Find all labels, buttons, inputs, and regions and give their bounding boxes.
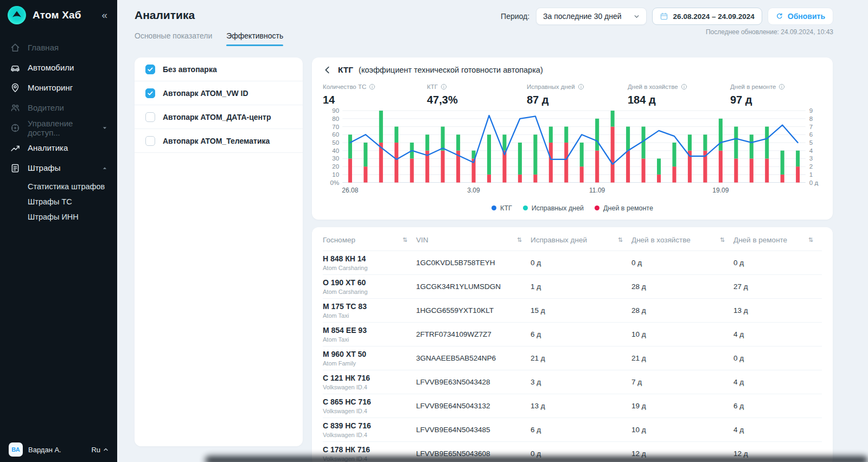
svg-text:30: 30 [332, 155, 339, 162]
vin-cell: LFVVB9E64N5043485 [416, 426, 531, 434]
table-row[interactable]: С 839 НС 716Volkswagen ID.4LFVVB9E64N504… [323, 418, 822, 442]
sidebar-item-6[interactable]: Штрафы [0, 158, 117, 178]
checkbox-checked-icon[interactable] [145, 88, 155, 98]
filter-row-0[interactable]: Без автопарка [135, 57, 303, 81]
info-icon[interactable] [681, 84, 687, 90]
info-icon[interactable] [778, 84, 785, 90]
sidebar-item-3[interactable]: Водители [0, 98, 117, 118]
table-row[interactable]: М 960 ХТ 50Atom Family3GNAAEEB5AB524NP62… [323, 347, 822, 370]
table-row[interactable]: Н 848 КН 14Atom Carsharing1GC0KVDL5B758T… [323, 251, 822, 275]
sort-icon[interactable]: ⇅ [517, 236, 522, 243]
language-selector[interactable]: Ru [91, 446, 108, 454]
sidebar-item-1[interactable]: Автомобили [0, 57, 117, 78]
period-select[interactable]: За последние 30 дней [536, 8, 647, 25]
table-row[interactable]: С 121 НК 716Volkswagen ID.4LFVVB9E63N504… [323, 370, 822, 394]
chevron-down-icon [101, 124, 108, 132]
collapse-sidebar-button[interactable]: « [99, 9, 110, 21]
sidebar-item-2[interactable]: Мониторинг [0, 78, 117, 98]
plate-cell: С 178 НК 716Volkswagen ID.4 [323, 445, 416, 462]
table-body: Н 848 КН 14Atom Carsharing1GC0KVDL5B758T… [323, 251, 822, 462]
legend-item-1: Исправных дней [523, 204, 584, 212]
table-col-label: Исправных дней [531, 236, 587, 244]
table-row[interactable]: С 178 НК 716Volkswagen ID.4LFVVB9E65N504… [323, 442, 822, 462]
sort-icon[interactable]: ⇅ [720, 236, 725, 243]
kpi-stats-row: Количество ТС14КТГ47,3%Исправных дней87 … [323, 84, 822, 106]
legend-label: Исправных дней [532, 204, 584, 212]
vehicle-model: Atom Taxi [323, 312, 416, 319]
calendar-icon [660, 12, 668, 21]
filter-row-1[interactable]: Автопарк ATOM_VW ID [135, 81, 303, 105]
back-button[interactable] [323, 65, 333, 75]
sidebar-subitem-0[interactable]: Статистика штрафов [28, 179, 117, 194]
chevron-down-icon [634, 14, 640, 20]
header-controls: Период: За последние 30 дней 26.08.2024 … [501, 8, 833, 25]
repair-days-cell: 4 д [733, 426, 822, 434]
checkbox-unchecked-icon[interactable] [145, 112, 155, 122]
owned-days-cell: 21 д [631, 354, 733, 362]
period-label: Период: [501, 12, 529, 21]
info-icon[interactable] [369, 84, 375, 90]
sidebar-subitem-1[interactable]: Штрафы ТС [28, 194, 117, 209]
healthy-days-cell: 13 д [531, 402, 631, 410]
repair-days-cell: 0 д [733, 354, 822, 362]
car-icon [10, 62, 21, 73]
svg-text:19.09: 19.09 [712, 187, 729, 194]
table-col-header-1: VIN⇅ [416, 236, 531, 244]
avatar[interactable]: ВА [9, 442, 23, 457]
healthy-days-cell: 15 д [531, 306, 631, 315]
sort-icon[interactable]: ⇅ [808, 236, 813, 243]
checkbox-checked-icon[interactable] [145, 65, 155, 74]
table-header-row: Госномер⇅VIN⇅Исправных дней⇅Дней в хозяй… [323, 229, 822, 251]
chevron-up-icon [103, 447, 108, 452]
plate-number: С 839 НС 716 [323, 421, 416, 431]
healthy-days-cell: 6 д [531, 426, 631, 434]
sidebar-item-0[interactable]: Главная [0, 37, 117, 57]
svg-text:40: 40 [332, 147, 339, 154]
kpi-stat-0: Количество ТС14 [323, 84, 427, 106]
table-col-label: VIN [416, 236, 429, 244]
table-row[interactable]: М 175 ТС 83Atom Taxi1HGCG6559YXT10KLT15 … [323, 299, 822, 323]
legend-item-0: КТГ [492, 204, 512, 212]
table-row[interactable]: С 865 НС 716Volkswagen ID.4LFVVB9E64N504… [323, 394, 822, 418]
table-row[interactable]: О 190 ХТ 60Atom Carsharing1GCGK34R1YLUMS… [323, 275, 822, 299]
chevron-up-icon [101, 164, 108, 172]
sort-icon[interactable]: ⇅ [618, 236, 623, 243]
kpi-stat-value: 47,3% [427, 94, 527, 106]
period-select-value: За последние 30 дней [543, 12, 622, 21]
svg-text:11.09: 11.09 [589, 187, 605, 194]
sort-icon[interactable]: ⇅ [403, 236, 407, 243]
home-icon [10, 42, 21, 53]
checkbox-unchecked-icon[interactable] [145, 136, 155, 146]
vin-cell: 1GCGK34R1YLUMSDGN [416, 283, 531, 291]
language-label: Ru [91, 446, 100, 454]
owned-days-cell: 7 д [631, 378, 733, 386]
svg-text:0 д: 0 д [809, 179, 819, 186]
svg-text:4: 4 [809, 147, 813, 154]
legend-dot-icon [492, 206, 496, 210]
tab-efficiency[interactable]: Эффективность [226, 27, 283, 46]
sidebar-subitem-2[interactable]: Штрафы ИНН [28, 209, 117, 224]
vin-cell: LFVVB9E65N5043608 [416, 450, 531, 458]
sidebar-item-5[interactable]: Аналитика [0, 138, 117, 158]
kpi-stat-label-text: Дней в хозяйстве [628, 84, 678, 90]
access-icon [10, 123, 21, 133]
filter-row-2[interactable]: Автопарк АТОМ_ДАТА-центр [135, 105, 303, 129]
plate-number: М 175 ТС 83 [323, 302, 416, 312]
sidebar-item-4[interactable]: Управление доступ... [0, 118, 117, 138]
sidebar-subnav: Статистика штрафовШтрафы ТСШтрафы ИНН [0, 178, 117, 226]
sidebar-item-label: Мониторинг [28, 83, 73, 92]
refresh-button[interactable]: Обновить [768, 8, 833, 25]
ktg-chart: 9098087076065054043032021010%0 д26.083.0… [323, 106, 822, 203]
drivers-icon [10, 102, 21, 113]
filter-row-3[interactable]: Автопарк ATOM_Телематика [135, 129, 303, 153]
user-row[interactable]: ВА Вардан А. Ru [0, 442, 117, 457]
plate-cell: С 865 НС 716Volkswagen ID.4 [323, 397, 416, 414]
info-icon[interactable] [441, 84, 447, 90]
tab-main-indicators[interactable]: Основные показатели [135, 27, 212, 46]
owned-days-cell: 28 д [631, 306, 733, 315]
info-icon[interactable] [578, 84, 584, 90]
date-range-button[interactable]: 26.08.2024 – 24.09.2024 [652, 8, 762, 25]
svg-text:3.09: 3.09 [467, 187, 480, 194]
table-row[interactable]: М 854 ЕЕ 93Atom Taxi2FTRF0734109WZ7Z76 д… [323, 323, 822, 347]
vin-cell: 3GNAAEEB5AB524NP6 [416, 354, 531, 362]
